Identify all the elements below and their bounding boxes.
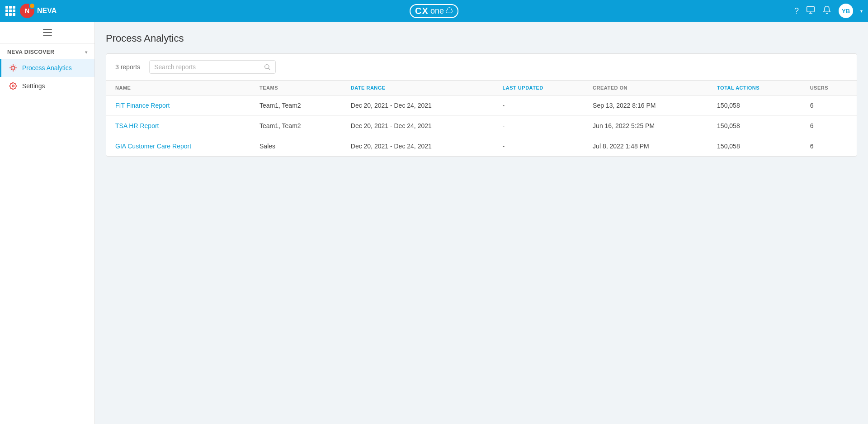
- cell-total-actions[interactable]: 150,058: [708, 136, 801, 157]
- table-row: GIA Customer Care Report Sales Dec 20, 2…: [106, 136, 857, 157]
- page-title: Process Analytics: [106, 33, 857, 44]
- sidebar: NEVA DISCOVER ▾ Process Analytics Settin…: [0, 22, 95, 424]
- search-box[interactable]: [149, 60, 276, 74]
- sidebar-section-label: NEVA DISCOVER: [7, 49, 55, 55]
- nav-left: N NEVA: [5, 4, 57, 18]
- top-navigation: N NEVA CX one ? YB ▾: [0, 0, 868, 22]
- cell-teams: Team1, Team2: [250, 95, 342, 116]
- cell-last-updated: -: [494, 136, 584, 157]
- svg-point-5: [12, 85, 14, 87]
- cell-users: 6: [801, 116, 857, 136]
- user-avatar[interactable]: YB: [839, 4, 853, 18]
- col-date-range[interactable]: DATE RANGE: [342, 81, 494, 95]
- cell-total-actions[interactable]: 150,058: [708, 116, 801, 136]
- search-input[interactable]: [154, 63, 260, 71]
- cell-date-range: Dec 20, 2021 - Dec 24, 2021: [342, 116, 494, 136]
- cloud-icon: [446, 7, 453, 14]
- nav-center: CX one: [410, 4, 458, 18]
- sidebar-item-process-analytics[interactable]: Process Analytics: [0, 59, 94, 77]
- app-layout: NEVA DISCOVER ▾ Process Analytics Settin…: [0, 22, 868, 424]
- table-body: FIT Finance Report Team1, Team2 Dec 20, …: [106, 95, 857, 157]
- col-total-actions[interactable]: TOTAL ACTIONS: [708, 81, 801, 95]
- reports-panel: 3 reports NAME TEAMS DATE RANGE L: [106, 53, 857, 157]
- nav-right: ? YB ▾: [794, 4, 863, 18]
- svg-rect-1: [43, 29, 52, 30]
- col-users: USERS: [801, 81, 857, 95]
- reports-count: 3 reports: [115, 63, 140, 71]
- cell-date-range: Dec 20, 2021 - Dec 24, 2021: [342, 136, 494, 157]
- table-row: TSA HR Report Team1, Team2 Dec 20, 2021 …: [106, 116, 857, 136]
- svg-rect-2: [43, 32, 52, 33]
- settings-gear-icon: [9, 81, 18, 91]
- monitor-icon[interactable]: [806, 5, 815, 17]
- cell-created-on: Jul 8, 2022 1:48 PM: [584, 136, 708, 157]
- cell-name[interactable]: GIA Customer Care Report: [106, 136, 250, 157]
- cell-users: 6: [801, 95, 857, 116]
- table-header: NAME TEAMS DATE RANGE LAST UPDATED CREAT…: [106, 81, 857, 95]
- col-name: NAME: [106, 81, 250, 95]
- apps-grid-icon[interactable]: [5, 6, 15, 16]
- cell-total-actions[interactable]: 150,058: [708, 95, 801, 116]
- col-last-updated[interactable]: LAST UPDATED: [494, 81, 584, 95]
- sidebar-item-settings[interactable]: Settings: [0, 77, 94, 95]
- cell-users: 6: [801, 136, 857, 157]
- svg-point-4: [12, 67, 14, 69]
- sidebar-toggle[interactable]: [0, 22, 94, 43]
- neva-logo: N NEVA: [20, 4, 57, 18]
- sidebar-section-chevron: ▾: [85, 50, 88, 55]
- search-icon: [264, 63, 271, 71]
- cell-created-on: Jun 16, 2022 5:25 PM: [584, 116, 708, 136]
- cell-last-updated: -: [494, 116, 584, 136]
- table-row: FIT Finance Report Team1, Team2 Dec 20, …: [106, 95, 857, 116]
- main-content: Process Analytics 3 reports NAME: [95, 22, 868, 424]
- help-icon[interactable]: ?: [794, 6, 799, 16]
- reports-toolbar: 3 reports: [106, 54, 857, 81]
- reports-table: NAME TEAMS DATE RANGE LAST UPDATED CREAT…: [106, 81, 857, 156]
- col-teams: TEAMS: [250, 81, 342, 95]
- sidebar-item-label-process-analytics: Process Analytics: [22, 64, 72, 71]
- cell-date-range: Dec 20, 2021 - Dec 24, 2021: [342, 95, 494, 116]
- sidebar-section-neva-discover[interactable]: NEVA DISCOVER ▾: [0, 43, 94, 59]
- cell-teams: Team1, Team2: [250, 116, 342, 136]
- neva-logo-icon: N: [20, 4, 34, 18]
- cell-last-updated: -: [494, 95, 584, 116]
- notification-bell-icon[interactable]: [822, 5, 831, 17]
- cell-teams: Sales: [250, 136, 342, 157]
- svg-rect-3: [43, 35, 52, 36]
- neva-logo-text: NEVA: [37, 7, 57, 15]
- sidebar-item-label-settings: Settings: [22, 82, 45, 90]
- cell-name[interactable]: FIT Finance Report: [106, 95, 250, 116]
- col-created-on: CREATED ON: [584, 81, 708, 95]
- cell-created-on: Sep 13, 2022 8:16 PM: [584, 95, 708, 116]
- user-dropdown-arrow[interactable]: ▾: [860, 9, 863, 14]
- cxone-logo: CX one: [410, 4, 458, 18]
- svg-rect-0: [807, 6, 815, 12]
- process-analytics-icon: [9, 63, 18, 72]
- cell-name[interactable]: TSA HR Report: [106, 116, 250, 136]
